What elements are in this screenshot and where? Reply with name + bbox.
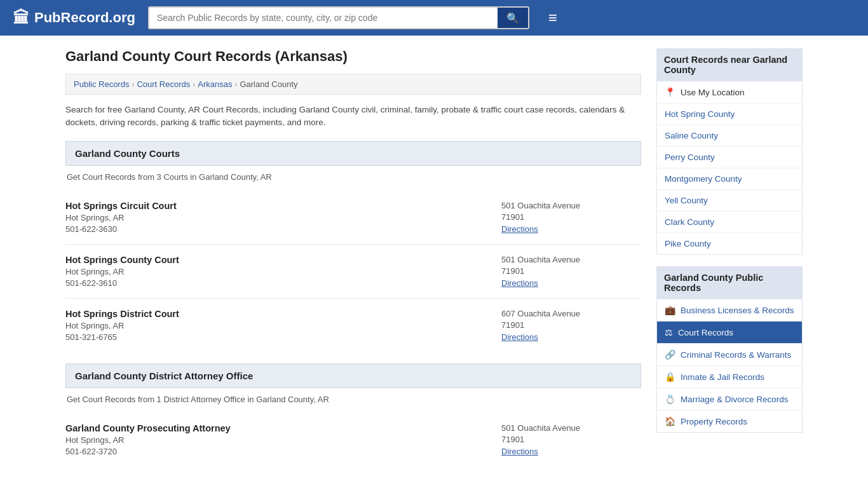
courts-section: Garland County Courts Get Court Records … — [65, 141, 641, 352]
court-name: Hot Springs Circuit Court — [65, 201, 501, 211]
sidebar-nearby-list: 📍 Use My Location Hot Spring County Sali… — [656, 81, 803, 255]
sidebar-item-label: Clark County — [665, 217, 714, 227]
court-right: 501 Ouachita Avenue 71901 Directions — [501, 423, 641, 456]
breadcrumb-sep-3: › — [234, 80, 237, 89]
breadcrumb-court-records[interactable]: Court Records — [137, 79, 190, 89]
logo-text: PubRecord.org — [34, 10, 135, 26]
sidebar-item-label: Hot Spring County — [665, 109, 735, 119]
court-left: Hot Springs County Court Hot Springs, AR… — [65, 255, 501, 288]
court-left: Hot Springs Circuit Court Hot Springs, A… — [65, 201, 501, 234]
sidebar-item-label: Yell County — [665, 196, 708, 205]
sidebar-item-label: Court Records — [678, 328, 733, 337]
court-zip: 71901 — [501, 212, 641, 222]
court-city: Hot Springs, AR — [65, 267, 501, 276]
sidebar: Court Records near Garland County 📍 Use … — [656, 48, 803, 478]
court-left: Hot Springs District Court Hot Springs, … — [65, 309, 501, 342]
menu-icon[interactable]: ≡ — [548, 9, 557, 27]
sidebar-item-label: Marriage & Divorce Records — [681, 395, 789, 404]
court-city: Hot Springs, AR — [65, 213, 501, 222]
court-city: Hot Springs, AR — [65, 435, 501, 445]
header: 🏛 PubRecord.org 🔍 ≡ — [0, 0, 868, 36]
court-entry: Hot Springs District Court Hot Springs, … — [65, 299, 641, 352]
court-directions: Directions — [501, 278, 641, 288]
court-directions: Directions — [501, 224, 641, 234]
sidebar-item-property-records[interactable]: 🏠 Property Records — [657, 410, 802, 432]
sidebar-item-pike[interactable]: Pike County — [657, 233, 802, 254]
sidebar-item-hot-spring[interactable]: Hot Spring County — [657, 104, 802, 125]
search-button[interactable]: 🔍 — [498, 8, 528, 28]
sidebar-item-label: Pike County — [665, 239, 711, 248]
ring-icon: 💍 — [665, 394, 675, 404]
sidebar-item-label: Property Records — [681, 417, 747, 426]
briefcase-icon: 💼 — [665, 305, 675, 315]
sidebar-item-label: Use My Location — [681, 88, 745, 97]
sidebar-public-records-title: Garland County Public Records — [656, 266, 803, 299]
court-right: 501 Ouachita Avenue 71901 Directions — [501, 201, 641, 234]
court-right: 607 Ouachita Avenue 71901 Directions — [501, 309, 641, 342]
directions-link[interactable]: Directions — [501, 447, 538, 456]
court-name: Garland County Prosecuting Attorney — [65, 423, 501, 433]
logo-icon: 🏛 — [13, 8, 29, 28]
sidebar-item-inmate-records[interactable]: 🔒 Inmate & Jail Records — [657, 366, 802, 388]
sidebar-nearby-title: Court Records near Garland County — [656, 48, 803, 81]
court-phone: 501-622-3630 — [65, 224, 501, 234]
site-logo[interactable]: 🏛 PubRecord.org — [13, 8, 135, 28]
sidebar-item-business-licenses[interactable]: 💼 Business Licenses & Records — [657, 299, 802, 322]
court-phone: 501-622-3720 — [65, 447, 501, 456]
court-right: 501 Ouachita Avenue 71901 Directions — [501, 255, 641, 288]
house-icon: 🏠 — [665, 416, 675, 426]
sidebar-item-yell[interactable]: Yell County — [657, 190, 802, 212]
breadcrumb-public-records[interactable]: Public Records — [74, 79, 129, 89]
breadcrumb-arkansas[interactable]: Arkansas — [198, 79, 232, 89]
directions-link[interactable]: Directions — [501, 332, 538, 342]
sidebar-item-perry[interactable]: Perry County — [657, 147, 802, 168]
court-directions: Directions — [501, 332, 641, 342]
directions-link[interactable]: Directions — [501, 278, 538, 288]
court-city: Hot Springs, AR — [65, 321, 501, 330]
court-entry: Garland County Prosecuting Attorney Hot … — [65, 413, 641, 466]
directions-link[interactable]: Directions — [501, 224, 538, 234]
search-input[interactable] — [149, 8, 498, 28]
sidebar-public-records-list: 💼 Business Licenses & Records ⚖ Court Re… — [656, 299, 803, 433]
court-address: 501 Ouachita Avenue — [501, 423, 641, 433]
sidebar-item-clark[interactable]: Clark County — [657, 212, 802, 233]
page-description: Search for free Garland County, AR Court… — [65, 104, 641, 130]
sidebar-item-marriage-records[interactable]: 💍 Marriage & Divorce Records — [657, 388, 802, 410]
scales-icon: ⚖ — [665, 327, 673, 337]
link-icon: 🔗 — [665, 349, 675, 360]
sidebar-item-label: Inmate & Jail Records — [681, 372, 764, 382]
court-address: 501 Ouachita Avenue — [501, 255, 641, 264]
sidebar-item-saline[interactable]: Saline County — [657, 125, 802, 147]
court-name: Hot Springs County Court — [65, 255, 501, 265]
court-phone: 501-622-3610 — [65, 278, 501, 288]
courts-section-header: Garland County Courts — [65, 141, 641, 166]
page-title: Garland County Court Records (Arkansas) — [65, 48, 641, 65]
breadcrumb-sep-1: › — [132, 80, 134, 89]
court-name: Hot Springs District Court — [65, 309, 501, 319]
sidebar-item-montgomery[interactable]: Montgomery County — [657, 168, 802, 190]
sidebar-item-court-records[interactable]: ⚖ Court Records — [657, 322, 802, 344]
attorney-section-header: Garland County District Attorney Office — [65, 363, 641, 388]
sidebar-item-label: Montgomery County — [665, 174, 742, 184]
breadcrumb-sep-2: › — [193, 80, 195, 89]
court-zip: 71901 — [501, 266, 641, 276]
court-address: 607 Ouachita Avenue — [501, 309, 641, 318]
sidebar-use-location[interactable]: 📍 Use My Location — [657, 81, 802, 104]
court-directions: Directions — [501, 446, 641, 456]
court-entry: Hot Springs Circuit Court Hot Springs, A… — [65, 191, 641, 245]
court-zip: 71901 — [501, 320, 641, 330]
sidebar-item-label: Criminal Records & Warrants — [681, 350, 791, 360]
attorney-section-subtext: Get Court Records from 1 District Attorn… — [65, 395, 641, 404]
sidebar-item-criminal-records[interactable]: 🔗 Criminal Records & Warrants — [657, 344, 802, 366]
courts-section-subtext: Get Court Records from 3 Courts in Garla… — [65, 172, 641, 182]
attorney-section: Garland County District Attorney Office … — [65, 363, 641, 466]
sidebar-item-label: Business Licenses & Records — [681, 306, 794, 315]
breadcrumb-current: Garland County — [240, 79, 297, 89]
main-content: Garland County Court Records (Arkansas) … — [65, 48, 641, 478]
main-container: Garland County Court Records (Arkansas) … — [53, 36, 815, 488]
court-left: Garland County Prosecuting Attorney Hot … — [65, 423, 501, 456]
court-address: 501 Ouachita Avenue — [501, 201, 641, 210]
court-zip: 71901 — [501, 435, 641, 444]
lock-icon: 🔒 — [665, 372, 675, 382]
breadcrumb: Public Records › Court Records › Arkansa… — [65, 74, 641, 95]
